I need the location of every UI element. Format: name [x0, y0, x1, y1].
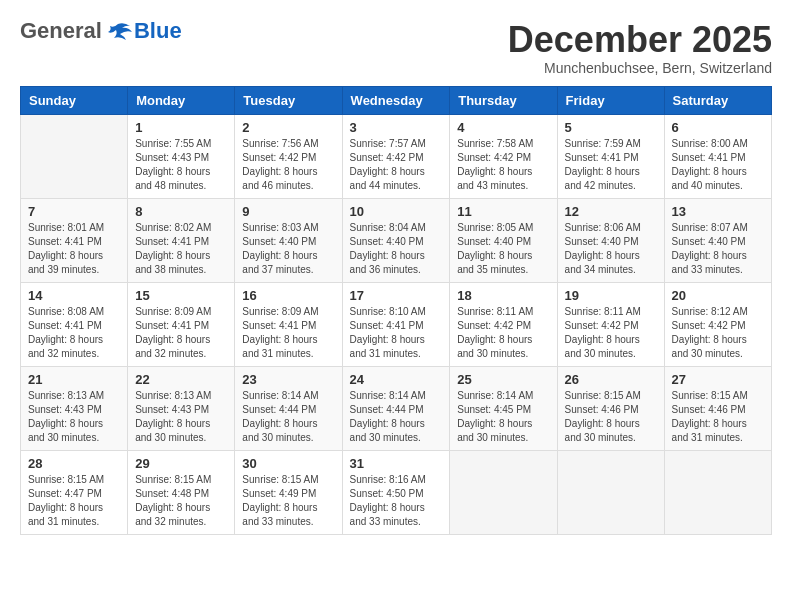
day-info: Sunrise: 7:59 AM Sunset: 4:41 PM Dayligh… [565, 137, 657, 193]
day-info: Sunrise: 8:00 AM Sunset: 4:41 PM Dayligh… [672, 137, 764, 193]
day-number: 8 [135, 204, 227, 219]
day-number: 26 [565, 372, 657, 387]
page-header: General Blue December 2025 Munchenbuchse… [20, 20, 772, 76]
day-info: Sunrise: 8:13 AM Sunset: 4:43 PM Dayligh… [28, 389, 120, 445]
calendar-week-4: 21Sunrise: 8:13 AM Sunset: 4:43 PM Dayli… [21, 366, 772, 450]
day-number: 12 [565, 204, 657, 219]
month-title: December 2025 [508, 20, 772, 60]
day-info: Sunrise: 7:57 AM Sunset: 4:42 PM Dayligh… [350, 137, 443, 193]
day-number: 2 [242, 120, 334, 135]
calendar-cell: 25Sunrise: 8:14 AM Sunset: 4:45 PM Dayli… [450, 366, 557, 450]
day-number: 21 [28, 372, 120, 387]
calendar-cell: 22Sunrise: 8:13 AM Sunset: 4:43 PM Dayli… [128, 366, 235, 450]
calendar-cell: 15Sunrise: 8:09 AM Sunset: 4:41 PM Dayli… [128, 282, 235, 366]
day-info: Sunrise: 8:13 AM Sunset: 4:43 PM Dayligh… [135, 389, 227, 445]
day-number: 17 [350, 288, 443, 303]
calendar-week-3: 14Sunrise: 8:08 AM Sunset: 4:41 PM Dayli… [21, 282, 772, 366]
day-info: Sunrise: 7:58 AM Sunset: 4:42 PM Dayligh… [457, 137, 549, 193]
location-text: Munchenbuchsee, Bern, Switzerland [508, 60, 772, 76]
day-number: 4 [457, 120, 549, 135]
day-number: 28 [28, 456, 120, 471]
calendar-cell: 24Sunrise: 8:14 AM Sunset: 4:44 PM Dayli… [342, 366, 450, 450]
weekday-header-friday: Friday [557, 86, 664, 114]
title-block: December 2025 Munchenbuchsee, Bern, Swit… [508, 20, 772, 76]
day-info: Sunrise: 8:16 AM Sunset: 4:50 PM Dayligh… [350, 473, 443, 529]
calendar-cell: 28Sunrise: 8:15 AM Sunset: 4:47 PM Dayli… [21, 450, 128, 534]
day-info: Sunrise: 8:11 AM Sunset: 4:42 PM Dayligh… [565, 305, 657, 361]
calendar-cell: 1Sunrise: 7:55 AM Sunset: 4:43 PM Daylig… [128, 114, 235, 198]
weekday-header-saturday: Saturday [664, 86, 771, 114]
day-info: Sunrise: 8:04 AM Sunset: 4:40 PM Dayligh… [350, 221, 443, 277]
calendar-week-1: 1Sunrise: 7:55 AM Sunset: 4:43 PM Daylig… [21, 114, 772, 198]
day-info: Sunrise: 8:15 AM Sunset: 4:48 PM Dayligh… [135, 473, 227, 529]
day-number: 10 [350, 204, 443, 219]
calendar-table: SundayMondayTuesdayWednesdayThursdayFrid… [20, 86, 772, 535]
day-number: 23 [242, 372, 334, 387]
calendar-cell: 4Sunrise: 7:58 AM Sunset: 4:42 PM Daylig… [450, 114, 557, 198]
calendar-cell: 17Sunrise: 8:10 AM Sunset: 4:41 PM Dayli… [342, 282, 450, 366]
day-info: Sunrise: 8:09 AM Sunset: 4:41 PM Dayligh… [135, 305, 227, 361]
day-info: Sunrise: 8:01 AM Sunset: 4:41 PM Dayligh… [28, 221, 120, 277]
day-info: Sunrise: 8:02 AM Sunset: 4:41 PM Dayligh… [135, 221, 227, 277]
logo-blue: Blue [134, 18, 182, 43]
day-number: 1 [135, 120, 227, 135]
day-info: Sunrise: 8:15 AM Sunset: 4:46 PM Dayligh… [565, 389, 657, 445]
calendar-cell: 20Sunrise: 8:12 AM Sunset: 4:42 PM Dayli… [664, 282, 771, 366]
calendar-cell [21, 114, 128, 198]
calendar-cell: 12Sunrise: 8:06 AM Sunset: 4:40 PM Dayli… [557, 198, 664, 282]
day-number: 3 [350, 120, 443, 135]
day-number: 27 [672, 372, 764, 387]
calendar-cell: 6Sunrise: 8:00 AM Sunset: 4:41 PM Daylig… [664, 114, 771, 198]
day-number: 16 [242, 288, 334, 303]
calendar-cell: 7Sunrise: 8:01 AM Sunset: 4:41 PM Daylig… [21, 198, 128, 282]
day-info: Sunrise: 8:12 AM Sunset: 4:42 PM Dayligh… [672, 305, 764, 361]
calendar-cell: 5Sunrise: 7:59 AM Sunset: 4:41 PM Daylig… [557, 114, 664, 198]
day-info: Sunrise: 8:14 AM Sunset: 4:44 PM Dayligh… [350, 389, 443, 445]
day-number: 7 [28, 204, 120, 219]
day-info: Sunrise: 8:10 AM Sunset: 4:41 PM Dayligh… [350, 305, 443, 361]
day-info: Sunrise: 8:03 AM Sunset: 4:40 PM Dayligh… [242, 221, 334, 277]
day-info: Sunrise: 8:14 AM Sunset: 4:44 PM Dayligh… [242, 389, 334, 445]
weekday-header-wednesday: Wednesday [342, 86, 450, 114]
calendar-cell: 8Sunrise: 8:02 AM Sunset: 4:41 PM Daylig… [128, 198, 235, 282]
day-number: 20 [672, 288, 764, 303]
day-info: Sunrise: 8:08 AM Sunset: 4:41 PM Dayligh… [28, 305, 120, 361]
weekday-header-sunday: Sunday [21, 86, 128, 114]
day-info: Sunrise: 8:15 AM Sunset: 4:49 PM Dayligh… [242, 473, 334, 529]
logo-text: General Blue [20, 20, 182, 42]
day-number: 25 [457, 372, 549, 387]
calendar-cell: 21Sunrise: 8:13 AM Sunset: 4:43 PM Dayli… [21, 366, 128, 450]
calendar-header-row: SundayMondayTuesdayWednesdayThursdayFrid… [21, 86, 772, 114]
calendar-cell: 2Sunrise: 7:56 AM Sunset: 4:42 PM Daylig… [235, 114, 342, 198]
day-number: 13 [672, 204, 764, 219]
calendar-cell: 11Sunrise: 8:05 AM Sunset: 4:40 PM Dayli… [450, 198, 557, 282]
day-number: 14 [28, 288, 120, 303]
calendar-cell [557, 450, 664, 534]
calendar-cell: 13Sunrise: 8:07 AM Sunset: 4:40 PM Dayli… [664, 198, 771, 282]
day-number: 24 [350, 372, 443, 387]
calendar-cell: 14Sunrise: 8:08 AM Sunset: 4:41 PM Dayli… [21, 282, 128, 366]
calendar-cell: 30Sunrise: 8:15 AM Sunset: 4:49 PM Dayli… [235, 450, 342, 534]
calendar-week-5: 28Sunrise: 8:15 AM Sunset: 4:47 PM Dayli… [21, 450, 772, 534]
weekday-header-monday: Monday [128, 86, 235, 114]
logo-bird-icon [104, 22, 132, 42]
day-number: 18 [457, 288, 549, 303]
day-info: Sunrise: 8:14 AM Sunset: 4:45 PM Dayligh… [457, 389, 549, 445]
calendar-cell: 26Sunrise: 8:15 AM Sunset: 4:46 PM Dayli… [557, 366, 664, 450]
day-number: 22 [135, 372, 227, 387]
calendar-cell: 23Sunrise: 8:14 AM Sunset: 4:44 PM Dayli… [235, 366, 342, 450]
day-number: 30 [242, 456, 334, 471]
day-number: 31 [350, 456, 443, 471]
day-info: Sunrise: 8:11 AM Sunset: 4:42 PM Dayligh… [457, 305, 549, 361]
day-info: Sunrise: 8:05 AM Sunset: 4:40 PM Dayligh… [457, 221, 549, 277]
calendar-cell: 16Sunrise: 8:09 AM Sunset: 4:41 PM Dayli… [235, 282, 342, 366]
day-number: 5 [565, 120, 657, 135]
day-info: Sunrise: 8:06 AM Sunset: 4:40 PM Dayligh… [565, 221, 657, 277]
day-info: Sunrise: 8:07 AM Sunset: 4:40 PM Dayligh… [672, 221, 764, 277]
calendar-cell: 3Sunrise: 7:57 AM Sunset: 4:42 PM Daylig… [342, 114, 450, 198]
calendar-cell [664, 450, 771, 534]
day-number: 29 [135, 456, 227, 471]
day-info: Sunrise: 7:55 AM Sunset: 4:43 PM Dayligh… [135, 137, 227, 193]
day-info: Sunrise: 7:56 AM Sunset: 4:42 PM Dayligh… [242, 137, 334, 193]
calendar-cell: 27Sunrise: 8:15 AM Sunset: 4:46 PM Dayli… [664, 366, 771, 450]
